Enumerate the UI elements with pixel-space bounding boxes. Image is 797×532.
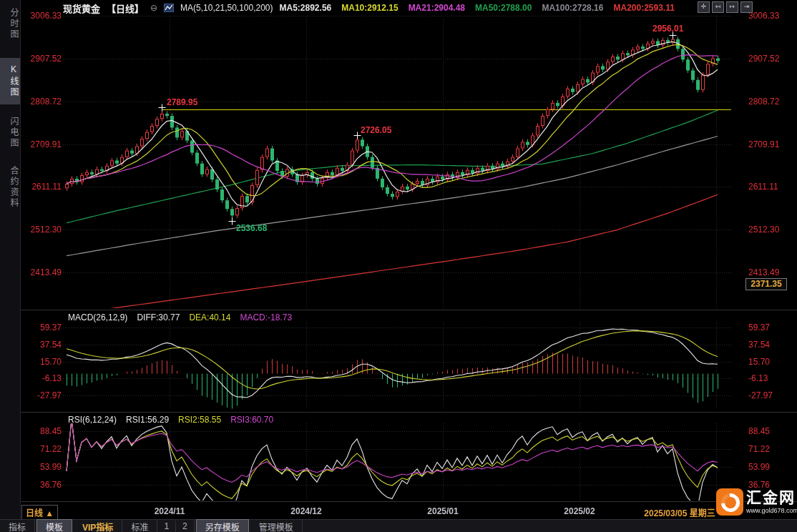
ma-chart-icon	[164, 4, 174, 12]
toolbar-item-2[interactable]: 2	[176, 521, 195, 532]
brand-logo: 汇金网 www.gold678.com	[716, 488, 797, 520]
price-axis-label: 3006.33	[748, 11, 791, 21]
ma-value: MA100:2728.16	[542, 3, 603, 13]
axis-right-icon[interactable]: ↦	[726, 1, 738, 13]
price-axis-label: 2709.91	[20, 139, 62, 149]
rsi-axis-label: 53.99	[20, 462, 62, 472]
price-annotation: 2726.05	[361, 125, 391, 135]
toolbar-item-管理模板[interactable]: 管理模板	[250, 520, 303, 532]
ma-group-label: MA(5,10,21,50,100,200)	[180, 3, 273, 13]
pan-forward-icon[interactable]: ⇥	[740, 1, 753, 13]
ma-value: MA21:2904.48	[409, 3, 465, 13]
macd-axis-label: -27.97	[20, 390, 62, 400]
period-selector[interactable]: 日线 ▲	[21, 505, 58, 520]
toolbar-item-另存模板[interactable]: 另存模板	[196, 519, 249, 532]
ma-value: MA5:2892.56	[280, 3, 332, 13]
symbol-title: 现货黄金	[63, 1, 100, 15]
macd-axis-label: 59.37	[20, 322, 62, 332]
date-label: 2025/01	[427, 506, 458, 516]
rsi-axis-label: 88.45	[748, 426, 791, 436]
rsi-axis-label: 71.22	[20, 444, 62, 454]
rsi1-value: RSI1:56.29	[126, 415, 169, 425]
price-annotation: 2956.01	[652, 24, 683, 34]
collapse-icon[interactable]: ⊖	[150, 3, 157, 13]
price-annotation: 2789.95	[167, 97, 197, 107]
sidebar: 分时图K线图闪电图合约资料	[0, 0, 21, 532]
logo-name: 汇金网	[746, 488, 797, 507]
rsi-header: RSI(6,12,24) RSI1:56.29 RSI2:58.55 RSI3:…	[68, 415, 273, 425]
macd-axis-label: -6.13	[748, 373, 791, 383]
price-axis-label: 2611.11	[748, 182, 791, 192]
sidebar-item-闪电图[interactable]: 闪电图	[0, 110, 20, 155]
price-axis-label: 2512.30	[20, 225, 62, 235]
crosshair-icon[interactable]: ✛	[698, 1, 710, 13]
date-label: 2024/11	[155, 506, 185, 516]
macd-axis-label: 15.70	[20, 357, 62, 367]
time-axis: 日线 ▲ 2024/112024/122025/012025/022025/03…	[0, 503, 797, 519]
axis-left-icon[interactable]: ↤	[712, 1, 724, 13]
price-axis-label: 2808.72	[748, 97, 791, 107]
ma-values: MA5:2892.56MA10:2912.15MA21:2904.48MA50:…	[280, 3, 675, 13]
bottom-toolbar: 指标模板VIP指标标准12另存模板管理模板	[0, 519, 797, 532]
rsi-axis-label: 71.22	[748, 444, 791, 454]
macd-header: MACD(26,12,9) DIFF:30.77 DEA:40.14 MACD:…	[68, 312, 292, 322]
chart-tool-icons: ✛↤↦⇥	[698, 1, 753, 13]
ma-value: MA10:2912.15	[341, 3, 398, 13]
macd-dea-value: DEA:40.14	[189, 312, 230, 322]
axis-boxed-value: 2371.35	[745, 278, 787, 290]
price-axis-label: 3006.33	[20, 11, 62, 21]
sidebar-item-分时图[interactable]: 分时图	[0, 1, 20, 46]
toolbar-item-指标[interactable]: 指标	[0, 520, 35, 532]
chart-header: 现货黄金 【日线】 ⊖ MA(5,10,21,50,100,200) MA5:2…	[63, 1, 675, 14]
macd-axis-label: -6.13	[20, 373, 62, 383]
macd-axis-label: 15.70	[748, 357, 791, 367]
price-chart-canvas[interactable]	[0, 0, 797, 532]
up-triangle-icon: ▲	[45, 508, 54, 518]
price-annotation: 2536.68	[236, 223, 267, 233]
price-axis-label: 2808.72	[20, 97, 62, 107]
sidebar-item-合约资料[interactable]: 合约资料	[0, 159, 20, 215]
macd-axis-label: -27.97	[748, 390, 791, 400]
toolbar-item-1[interactable]: 1	[157, 521, 176, 532]
rsi-axis-label: 88.45	[20, 426, 62, 436]
macd-title: MACD(26,12,9)	[68, 312, 127, 322]
ma-value: MA50:2788.00	[475, 3, 532, 13]
price-axis-label: 2709.91	[748, 139, 791, 149]
date-label: 2024/12	[290, 506, 321, 516]
price-axis-label: 2512.30	[748, 225, 791, 235]
macd-macd-value: MACD:-18.73	[240, 312, 292, 322]
rsi3-value: RSI3:60.70	[230, 415, 273, 425]
ma-value: MA200:2593.11	[613, 3, 674, 13]
macd-axis-label: 37.54	[748, 340, 791, 350]
macd-axis-label: 59.37	[748, 322, 791, 332]
price-axis-label: 2413.49	[20, 267, 62, 277]
logo-url: www.gold678.com	[746, 507, 797, 514]
toolbar-item-标准[interactable]: 标准	[122, 520, 157, 532]
rsi-axis-label: 53.99	[748, 462, 791, 472]
toolbar-item-VIP指标[interactable]: VIP指标	[74, 520, 122, 532]
price-axis-label: 2413.49	[748, 267, 791, 277]
toolbar-item-模板[interactable]: 模板	[36, 519, 72, 532]
logo-swirl-icon	[716, 488, 743, 516]
rsi-axis-label: 36.76	[20, 480, 62, 490]
rsi2-value: RSI2:58.55	[178, 415, 221, 425]
date-label: 2025/02	[564, 506, 595, 516]
price-axis-label: 2907.52	[20, 54, 62, 64]
rsi-title: RSI(6,12,24)	[68, 415, 117, 425]
macd-diff-value: DIFF:30.77	[137, 312, 180, 322]
sidebar-item-K线图[interactable]: K线图	[0, 58, 20, 104]
price-axis-label: 2907.52	[748, 54, 791, 64]
date-label: 2025/03/05 星期三	[644, 506, 715, 518]
price-axis-label: 2611.11	[20, 182, 62, 192]
period-tag: 【日线】	[107, 1, 144, 15]
macd-axis-label: 37.54	[20, 340, 62, 350]
